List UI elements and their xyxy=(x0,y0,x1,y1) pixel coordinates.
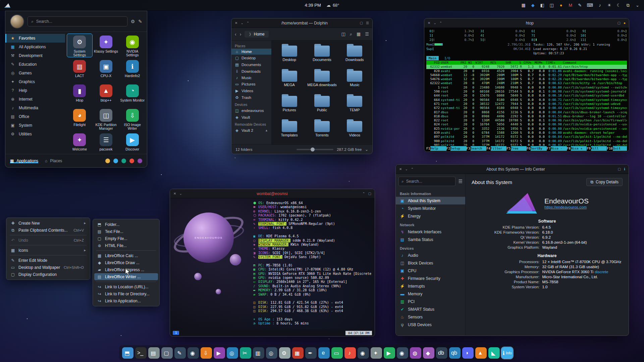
col-time[interactable]: TIME+ xyxy=(546,61,562,65)
dock-disc-burner-icon[interactable]: ◎ xyxy=(227,347,238,359)
configure-icon[interactable]: ⚙ xyxy=(131,19,135,24)
launcher-category-item[interactable]: ▦ All Applications xyxy=(5,43,65,51)
submenu-item[interactable]: ▢ Empty File... xyxy=(94,235,158,242)
endeavouros-panel-logo[interactable] xyxy=(4,3,11,8)
col-user[interactable]: USER xyxy=(441,61,460,65)
terminal-titlebar[interactable]: ✕ ⌄ wombat@eosmsi ⌃ ▢ xyxy=(170,189,375,198)
submenu-item[interactable]: ▤ Text File... xyxy=(94,228,158,235)
dock-archive-manager-icon[interactable]: ▤ xyxy=(148,347,160,359)
info-nav-item[interactable]: ◔ System Monitor xyxy=(396,204,465,212)
close-icon[interactable]: ✕ xyxy=(235,21,237,25)
bitwarden-tray-icon[interactable]: ◆ xyxy=(530,3,535,8)
dock-vlc-icon[interactable]: ▲ xyxy=(475,347,487,359)
info-center-titlebar[interactable]: ✕ ⌄ ⌃ About this System — Info Center ▢ … xyxy=(396,165,629,174)
function-key[interactable]: F9Kill xyxy=(587,146,607,151)
session-purple-button[interactable] xyxy=(138,159,142,163)
places-item[interactable]: ♻ Trash xyxy=(231,94,271,101)
submenu-item[interactable]: ▦ LibreOffice Calc ... xyxy=(94,252,158,259)
close-icon[interactable]: ✕ xyxy=(399,167,402,171)
process-row[interactable]: 644 root 20 0 15676 6088 5040 S 0.0 0.0 … xyxy=(426,94,627,98)
dock-video-editor-icon[interactable]: ✂ xyxy=(240,347,251,359)
dock-text-editor-icon[interactable]: ▢ xyxy=(161,347,173,359)
submenu-item[interactable]: ↪ Link to File or Directory... xyxy=(94,290,158,297)
launcher-category-item[interactable]: ▣ System xyxy=(5,121,65,130)
launcher-category-item[interactable]: ✎ Education xyxy=(5,60,65,69)
folder-item[interactable]: Torrents xyxy=(306,119,338,144)
info-nav-item[interactable]: ✚ Firmware Security xyxy=(396,275,465,282)
info-nav-item[interactable]: ✔ SMART Status xyxy=(396,305,465,313)
process-row[interactable]: 817 dbus 20 0 8868 4156 3236 S 0.0 0.0 0… xyxy=(426,110,627,114)
dock-onlyoffice-icon[interactable]: ▦ xyxy=(292,347,304,359)
session-teal-button[interactable] xyxy=(121,159,126,163)
terminal-tab[interactable]: 1 xyxy=(173,331,179,335)
restore-icon[interactable]: ▢ xyxy=(360,21,363,25)
info-nav-item[interactable]: ↯ Network Interfaces xyxy=(396,228,465,236)
function-key[interactable]: F4Filter xyxy=(486,146,506,151)
col-res[interactable]: RES xyxy=(490,61,504,65)
hamburger-icon[interactable]: ☰ xyxy=(366,21,369,25)
close-icon[interactable]: ✕ xyxy=(173,192,176,195)
process-row[interactable]: 897 polkitd 20 0 377M 14172 9372 S 0.0 0… xyxy=(426,135,627,139)
info-nav-item[interactable]: ⚡ Energy xyxy=(396,212,465,220)
forward-icon[interactable]: › xyxy=(240,32,241,37)
process-row[interactable]: 62332 wombat 20 0 9248 7020 5972 R 1.3 0… xyxy=(426,65,627,69)
process-table-header[interactable]: PID USER PRI NI VIRT RES SHR S CPU% MEM%… xyxy=(426,61,627,65)
htop-titlebar[interactable]: ✕ ⌄ ⌃ htop ▢ ● xyxy=(424,18,629,28)
launcher-search-input[interactable]: ⌕ Search... xyxy=(28,16,127,26)
context-menu-item[interactable]: ⧉ Paste Clipboard Contents... Ctrl+V xyxy=(8,227,89,234)
clock[interactable]: 4:39 PM xyxy=(305,3,321,8)
launcher-category-item[interactable]: ✦ Graphics xyxy=(5,77,65,86)
thunderbird-tray-icon[interactable]: M xyxy=(568,3,573,8)
function-key[interactable]: F2Setup xyxy=(446,146,467,151)
folder-item[interactable]: Desktop xyxy=(273,43,306,68)
dock-discord-icon[interactable]: ◗ xyxy=(462,347,474,359)
info-nav-item[interactable]: ♪ Audio xyxy=(396,251,465,259)
process-row[interactable]: 62322 wombat 20 0 470M 248M 210M S 0.7 0… xyxy=(426,81,627,85)
function-key[interactable]: F8Nice + xyxy=(567,146,587,151)
folder-item[interactable]: MEGA xyxy=(273,68,306,94)
dolphin-titlebar[interactable]: ✕ ⌄ ⌃ /home/wombat — Dolphin ▢ ☰ xyxy=(231,18,372,28)
folder-item[interactable]: Documents xyxy=(306,43,338,68)
favorite-app-tile[interactable]: ◉ NVIDIA Settings xyxy=(119,34,145,57)
col-shr[interactable]: SHR xyxy=(505,61,518,65)
function-key[interactable]: F7Nice - xyxy=(547,146,567,151)
favorite-app-tile[interactable]: ▲ btop++ xyxy=(93,82,119,106)
submenu-item[interactable] xyxy=(96,282,156,282)
window-tile-tray-icon[interactable]: ◧ xyxy=(540,3,545,8)
info-search-input[interactable]: ⌕ Search... xyxy=(398,177,455,186)
menu-icon[interactable]: ☰ xyxy=(365,32,369,37)
function-key[interactable]: F5Tree xyxy=(506,146,527,151)
places-item[interactable]: ▶ Videos xyxy=(231,87,271,94)
disk-tray-icon[interactable]: ◫ xyxy=(549,3,554,8)
info-nav-item[interactable]: ◫ Block Devices xyxy=(396,259,465,267)
search-icon[interactable]: ⌕ xyxy=(350,32,352,37)
restore-icon[interactable]: ▢ xyxy=(368,192,371,195)
process-row[interactable]: 664 systemd-ti 20 0 90584 8180 6948 S 0.… xyxy=(426,98,627,102)
dock-obs-studio-icon[interactable]: ◎ xyxy=(266,347,277,359)
launcher-category-item[interactable]: ◎ Games xyxy=(5,69,65,77)
submenu-item[interactable]: ◆ LibreOffice Draw ... xyxy=(94,259,158,266)
minimize-icon[interactable]: ⌄ xyxy=(405,167,408,171)
process-row[interactable]: 901 polkitd 20 0 377M 14172 9372 S 0.0 0… xyxy=(426,143,627,146)
launcher-category-item[interactable]: ▤ Office xyxy=(5,112,65,121)
process-row[interactable]: 820 avahi 20 0 6916 4520 3904 S 0.7 0.0 … xyxy=(426,69,627,73)
info-nav-item[interactable]: ▬ Memory xyxy=(396,290,465,298)
device-item[interactable]: ◈ Vault xyxy=(231,114,271,121)
dock-e-app-icon[interactable]: e xyxy=(318,347,330,359)
favorite-app-tile[interactable]: ✦ Klassy Settings xyxy=(93,34,119,57)
night-light-tray-icon[interactable]: ☾ xyxy=(616,3,621,8)
launcher-category-item[interactable]: ♪ Multimedia xyxy=(5,104,65,112)
info-nav-item[interactable]: ▣ About this System xyxy=(396,197,465,204)
context-menu-item[interactable]: ✎ Enter Edit Mode xyxy=(8,257,89,264)
dock-appimage-icon[interactable]: ▶ xyxy=(384,347,395,359)
dock-gimp-icon[interactable]: ✦ xyxy=(371,347,382,359)
info-nav-item[interactable]: ▥ PCI xyxy=(396,298,465,305)
dock-kitty-terminal-icon[interactable]: >_ xyxy=(135,347,147,359)
info-nav-item[interactable]: ψ USB Devices xyxy=(396,321,465,328)
launcher-footer-tab[interactable]: ⌂ Places xyxy=(45,159,62,163)
info-nav-item[interactable]: ♨ Sensors xyxy=(396,313,465,321)
favorite-app-tile[interactable]: ℹ Hardinfo2 xyxy=(119,58,145,82)
tab-main[interactable]: Main xyxy=(426,56,439,60)
process-row[interactable]: 1 root 20 0 23480 14680 9948 S 0.0 0.0 0… xyxy=(426,85,627,89)
favorite-app-tile[interactable]: ◫ KDE Partition Manager xyxy=(93,107,119,131)
